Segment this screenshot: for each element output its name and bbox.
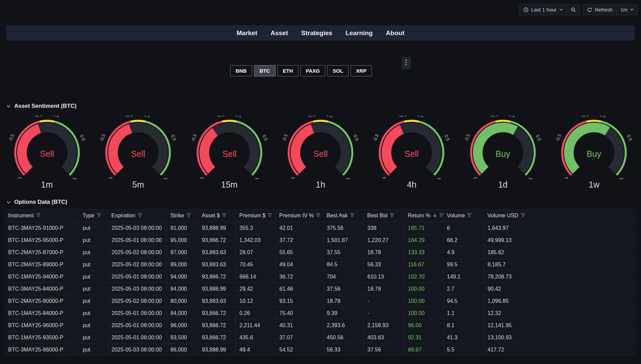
- gauge-tick-label: 0.5: [626, 134, 633, 142]
- table-cell: 99.5: [443, 259, 484, 271]
- filter-icon[interactable]: [439, 213, 443, 219]
- table-cell: 2,393.6: [323, 319, 364, 332]
- column-header-instrument[interactable]: Instrument: [5, 210, 79, 222]
- table-cell: 2025-05-03 08:00:00: [108, 344, 167, 356]
- table-cell: 84,000: [167, 283, 198, 295]
- gauge-tick-label: 0.1: [52, 116, 60, 118]
- table-cell: put: [79, 319, 108, 332]
- sentiment-section-header[interactable]: Asset Sentiment (BTC): [6, 103, 641, 110]
- column-label: Instrument: [8, 213, 34, 219]
- table-row: BTC-3MAY25-84000-Pput2025-05-03 08:00:00…: [5, 283, 636, 295]
- asset-button-btc[interactable]: BTC: [254, 65, 275, 76]
- table-cell: 89,000: [167, 259, 198, 271]
- table-cell: 93,888.99: [198, 344, 236, 356]
- gauge-tick-label: -0.1: [490, 116, 498, 119]
- table-cell: 116.67: [404, 259, 443, 271]
- filter-icon[interactable]: [350, 213, 354, 219]
- table-row: BTC-1MAY25-93500-Pput2025-05-01 08:00:00…: [5, 332, 636, 344]
- gauge-tick-label: 1: [346, 177, 351, 179]
- column-header-premium-[interactable]: Premium $: [236, 210, 276, 222]
- table-cell: 66.67: [404, 344, 443, 356]
- table-cell: 86,000: [167, 344, 198, 356]
- column-header-return-[interactable]: Return %: [404, 210, 443, 222]
- filter-icon[interactable]: [467, 213, 471, 219]
- column-label: Strike: [170, 213, 184, 219]
- panel-menu-button[interactable]: [402, 57, 411, 69]
- table-cell: 84,000: [167, 307, 198, 319]
- gauge-tick-label: -0.1: [581, 116, 589, 119]
- table-cell: 9.39: [323, 307, 364, 319]
- table-cell: 4.9: [443, 246, 484, 259]
- time-range-label: Last 1 hour: [531, 7, 557, 13]
- gauge-tick-label: -0.5: [463, 133, 471, 142]
- nav-item-asset[interactable]: Asset: [269, 29, 289, 37]
- refresh-button[interactable]: Refresh: [583, 4, 617, 15]
- gauge-tick-label: -0.5: [281, 133, 289, 142]
- table-cell: 2025-05-01 08:00:00: [108, 307, 167, 319]
- table-cell: 133.33: [404, 246, 443, 259]
- gauge-tick-label: 0.1: [508, 116, 515, 118]
- table-cell: 1,096.85: [484, 295, 636, 307]
- table-cell: 56.33: [323, 344, 364, 356]
- column-header-strike[interactable]: Strike: [167, 210, 198, 222]
- table-cell: 8,185.7: [484, 259, 636, 271]
- column-label: Return %: [408, 213, 430, 219]
- column-header-asset-[interactable]: Asset $: [198, 210, 236, 222]
- column-label: Volume USD: [487, 213, 518, 219]
- gauge-tick-label: 0.1: [417, 116, 424, 118]
- nav-item-strategies[interactable]: Strategies: [300, 29, 333, 37]
- dashboard-controls: Last 1 hour Refresh 1m: [519, 4, 638, 15]
- table-cell: 93,883.63: [198, 246, 236, 259]
- table-row: BTC-1MAY25-84000-Pput2025-05-01 08:00:00…: [5, 307, 636, 319]
- zoom-out-button[interactable]: [567, 4, 580, 15]
- filter-icon[interactable]: [268, 213, 272, 219]
- asset-button-paxg[interactable]: PAXG: [301, 65, 325, 76]
- nav-item-learning[interactable]: Learning: [345, 29, 374, 37]
- column-header-best-ask[interactable]: Best Ask: [323, 210, 364, 222]
- column-header-inner: Strike: [170, 213, 195, 219]
- asset-button-bnb[interactable]: BNB: [230, 65, 252, 76]
- column-header-type[interactable]: Type: [79, 210, 108, 222]
- filter-icon[interactable]: [222, 213, 226, 219]
- column-header-volume[interactable]: Volume: [443, 210, 484, 222]
- table-cell: 375.56: [323, 222, 364, 234]
- filter-icon[interactable]: [138, 213, 142, 219]
- gauge-tick-label: -1: [199, 177, 204, 179]
- filter-icon[interactable]: [186, 213, 191, 219]
- table-cell: 8.1: [443, 319, 484, 332]
- time-range-picker[interactable]: Last 1 hour: [520, 4, 567, 15]
- gauge-tick-label: 0.5: [79, 134, 86, 142]
- table-cell: 75.40: [276, 307, 323, 319]
- filter-icon[interactable]: [390, 213, 394, 219]
- table-cell: BTC-3MAY25-91000-P: [5, 222, 79, 234]
- table-row: BTC-2MAY25-80000-Pput2025-05-02 08:00:00…: [5, 295, 636, 307]
- gauge-tick-label: -1: [17, 177, 22, 179]
- table-cell: 93,500: [167, 332, 198, 344]
- table-cell: 94.5: [443, 295, 484, 307]
- column-header-volume-usd[interactable]: Volume USD: [484, 210, 636, 222]
- table-cell: 338: [364, 222, 404, 234]
- gauge-tick-label: -0.5: [99, 133, 107, 142]
- column-header-premium-iv-[interactable]: Premium IV %: [276, 210, 323, 222]
- gauge-title: 1d: [498, 180, 508, 190]
- nav-item-market[interactable]: Market: [236, 29, 258, 37]
- nav-item-about[interactable]: About: [385, 29, 405, 37]
- table-cell: 2025-05-01 08:00:00: [108, 234, 167, 246]
- table-cell: 18.78: [364, 246, 404, 259]
- asset-button-sol[interactable]: SOL: [327, 65, 349, 76]
- column-header-expiration[interactable]: Expiration: [108, 210, 167, 222]
- asset-button-eth[interactable]: ETH: [278, 65, 299, 76]
- column-header-inner: Expiration: [111, 213, 163, 219]
- filter-icon[interactable]: [521, 213, 525, 219]
- refresh-interval-picker[interactable]: 1m: [616, 4, 637, 15]
- filter-icon[interactable]: [97, 213, 101, 219]
- column-header-best-bid[interactable]: Best Bid: [364, 210, 404, 222]
- options-section-header[interactable]: Options Data (BTC): [6, 199, 641, 205]
- filter-icon[interactable]: [316, 213, 320, 219]
- table-cell: 2025-05-03 08:00:00: [108, 222, 167, 234]
- filter-icon[interactable]: [36, 213, 41, 219]
- gauge-1m: -1-0.5-0.10.10.51Sell1m: [1, 116, 92, 190]
- gauge-chart: -1-0.5-0.10.10.51Buy: [551, 116, 637, 179]
- table-cell: BTC-1MAY25-95000-P: [5, 234, 79, 246]
- asset-button-xrp[interactable]: XRP: [351, 65, 372, 76]
